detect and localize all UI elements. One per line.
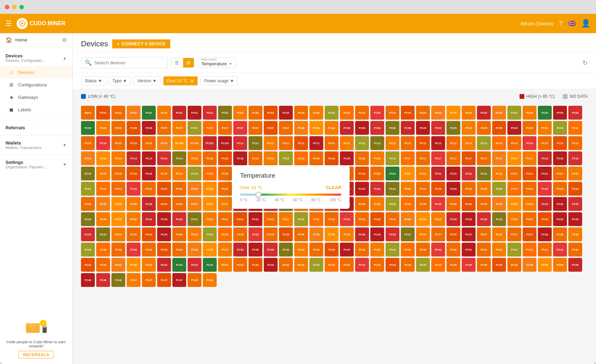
- device-tile[interactable]: PC29: [492, 197, 506, 211]
- device-tile[interactable]: PC18: [81, 167, 95, 180]
- device-tile[interactable]: PC45: [431, 258, 445, 272]
- device-tile[interactable]: PC40: [431, 243, 445, 256]
- device-tile[interactable]: PC42: [142, 258, 156, 272]
- popup-clear-button[interactable]: CLEAR: [326, 185, 341, 190]
- device-tile[interactable]: PC26: [172, 197, 186, 211]
- device-tile[interactable]: PC03: [386, 106, 399, 120]
- sidebar-item-labels[interactable]: ◼ Labels: [0, 103, 72, 116]
- device-tile[interactable]: PC04: [446, 106, 460, 120]
- device-tile[interactable]: PC23: [218, 182, 232, 196]
- device-tile[interactable]: PC22: [96, 182, 110, 196]
- device-tile[interactable]: PC18: [553, 151, 567, 165]
- device-tile[interactable]: PC08: [294, 121, 308, 135]
- device-tile[interactable]: PC31: [188, 212, 201, 226]
- device-tile[interactable]: PC30: [96, 212, 110, 226]
- device-tile[interactable]: PC38: [157, 243, 171, 256]
- device-tile[interactable]: PC21: [538, 167, 552, 180]
- device-tile[interactable]: PC06: [111, 121, 125, 135]
- device-tile[interactable]: PC04: [401, 106, 415, 120]
- device-tile[interactable]: PC41: [538, 243, 552, 256]
- device-tile[interactable]: PC16: [325, 151, 338, 165]
- device-tile[interactable]: PC13: [538, 136, 552, 150]
- device-tile[interactable]: PC07: [157, 121, 171, 135]
- device-tile[interactable]: PC30: [172, 212, 186, 226]
- device-tile[interactable]: PC31: [203, 212, 217, 226]
- help-icon[interactable]: ?: [559, 20, 562, 27]
- temperature-slider[interactable]: [240, 194, 341, 196]
- device-tile[interactable]: PC24: [355, 182, 369, 196]
- power-usage-filter[interactable]: Power usage ▼: [200, 76, 238, 85]
- device-tile[interactable]: PC02: [249, 106, 262, 120]
- device-tile[interactable]: PC44: [325, 258, 338, 272]
- device-tile[interactable]: PC07: [249, 121, 262, 135]
- device-tile[interactable]: Minin: [81, 106, 95, 120]
- device-tile[interactable]: PC46: [81, 273, 95, 287]
- device-tile[interactable]: PC33: [492, 212, 506, 226]
- device-tile[interactable]: PC42: [127, 258, 141, 272]
- device-tile[interactable]: PC12: [446, 136, 460, 150]
- device-tile[interactable]: PC39: [279, 243, 293, 256]
- sidebar-referrals[interactable]: Referrals: [0, 122, 72, 134]
- device-tile[interactable]: PC22: [568, 167, 582, 180]
- device-tile[interactable]: PC18: [538, 151, 552, 165]
- device-tile[interactable]: PC37: [477, 227, 491, 241]
- device-tile[interactable]: PC19: [188, 167, 201, 180]
- device-tile[interactable]: PC19: [218, 167, 232, 180]
- device-tile[interactable]: PC17: [431, 151, 445, 165]
- device-tile[interactable]: PC02: [218, 106, 232, 120]
- device-tile[interactable]: PC15: [249, 151, 262, 165]
- device-tile[interactable]: PC43: [309, 258, 323, 272]
- device-tile[interactable]: PC26: [142, 197, 156, 211]
- device-tile[interactable]: PC27: [188, 197, 201, 211]
- device-tile[interactable]: PC30: [127, 212, 141, 226]
- device-tile[interactable]: PC09: [507, 121, 521, 135]
- device-tile[interactable]: PC40: [340, 243, 354, 256]
- sidebar-item-gateways[interactable]: ◈ Gateways: [0, 91, 72, 103]
- device-tile[interactable]: PC45: [462, 258, 476, 272]
- sidebar-home[interactable]: 🏠 Home ⚙: [0, 33, 72, 47]
- device-tile[interactable]: PC14: [188, 151, 201, 165]
- device-tile[interactable]: PC33: [477, 212, 491, 226]
- device-tile[interactable]: PC36: [279, 227, 293, 241]
- sidebar-item-configurations[interactable]: ⊞ Configurations: [0, 78, 72, 91]
- device-tile[interactable]: PC100: [188, 136, 201, 150]
- device-tile[interactable]: PC01: [127, 106, 141, 120]
- device-tile[interactable]: PC14: [111, 151, 125, 165]
- device-tile[interactable]: PC21: [446, 167, 460, 180]
- device-tile[interactable]: PC25: [446, 182, 460, 196]
- device-tile[interactable]: PC06: [142, 121, 156, 135]
- device-tile[interactable]: PC25: [523, 182, 536, 196]
- device-tile[interactable]: PC31: [279, 212, 293, 226]
- device-tile[interactable]: PC34: [96, 227, 110, 241]
- connect-device-button[interactable]: + CONNECT A DEVICE: [112, 39, 170, 48]
- device-tile[interactable]: PC24: [401, 182, 415, 196]
- device-tile[interactable]: PC43: [233, 258, 247, 272]
- device-tile[interactable]: PC14: [142, 151, 156, 165]
- device-tile[interactable]: PC12: [386, 136, 399, 150]
- device-tile[interactable]: PC44: [355, 258, 369, 272]
- device-tile[interactable]: PC33: [446, 212, 460, 226]
- device-tile[interactable]: PC25: [462, 182, 476, 196]
- device-tile[interactable]: PC10: [142, 136, 156, 150]
- device-tile[interactable]: PC22: [142, 182, 156, 196]
- device-tile[interactable]: PC25: [538, 182, 552, 196]
- device-tile[interactable]: PC01: [157, 106, 171, 120]
- device-tile[interactable]: PC02: [233, 106, 247, 120]
- device-tile[interactable]: PC36: [386, 227, 399, 241]
- device-tile[interactable]: PC39: [264, 243, 278, 256]
- device-tile[interactable]: PC11: [233, 136, 247, 150]
- device-tile[interactable]: PC34: [81, 227, 95, 241]
- device-tile[interactable]: PC07: [233, 121, 247, 135]
- device-tile[interactable]: PC13: [553, 136, 567, 150]
- device-tile[interactable]: PC18: [157, 167, 171, 180]
- device-tile[interactable]: PC36: [370, 227, 384, 241]
- device-tile[interactable]: PC07: [188, 121, 201, 135]
- device-tile[interactable]: PC03: [325, 106, 338, 120]
- device-tile[interactable]: PC04: [507, 106, 521, 120]
- device-tile[interactable]: PC10: [568, 121, 582, 135]
- device-tile[interactable]: PC39: [249, 243, 262, 256]
- device-tile[interactable]: PC37: [492, 227, 506, 241]
- device-tile[interactable]: PC20: [370, 167, 384, 180]
- sidebar-item-devices[interactable]: ⚠ Devices: [0, 66, 72, 78]
- device-tile[interactable]: PC07: [172, 121, 186, 135]
